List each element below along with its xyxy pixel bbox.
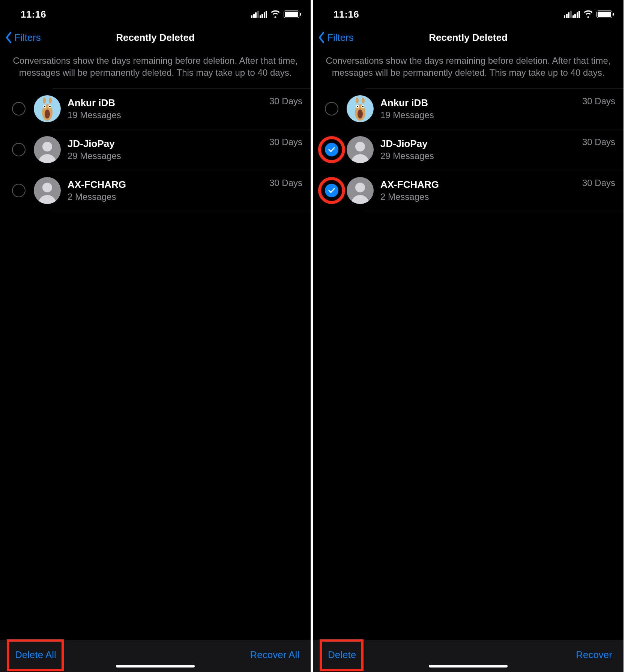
checkmark-icon — [328, 147, 335, 152]
cellular-icon — [251, 11, 267, 18]
status-icons — [251, 9, 299, 19]
battery-icon — [596, 10, 612, 18]
nav-title: Recently Deleted — [429, 32, 508, 44]
svg-point-8 — [49, 98, 52, 104]
svg-point-23 — [355, 142, 365, 152]
conversation-list: Ankur iDB 19 Messages 30 Days JD-JioPay … — [0, 88, 311, 640]
days-remaining: 30 Days — [269, 137, 302, 147]
nav-title: Recently Deleted — [116, 32, 195, 44]
cellular-icon — [564, 11, 580, 18]
chevron-back-icon — [5, 32, 12, 43]
select-circle[interactable] — [12, 102, 26, 116]
svg-point-20 — [356, 98, 359, 104]
message-count: 19 Messages — [380, 110, 582, 120]
contact-name: AX-FCHARG — [380, 179, 582, 190]
home-indicator[interactable] — [429, 665, 508, 668]
info-text: Conversations show the days remaining be… — [313, 50, 623, 88]
svg-point-21 — [362, 98, 365, 104]
status-time: 11:16 — [334, 9, 359, 20]
conversation-list: Ankur iDB 19 Messages 30 Days JD-JioPay … — [313, 88, 623, 640]
contact-name: Ankur iDB — [380, 97, 582, 109]
message-count: 29 Messages — [380, 151, 582, 161]
list-item[interactable]: AX-FCHARG 2 Messages 30 Days — [313, 170, 623, 211]
wifi-icon — [583, 9, 593, 19]
back-button[interactable]: Filters — [5, 32, 41, 44]
svg-point-25 — [355, 183, 365, 192]
avatar — [347, 177, 374, 204]
delete-all-button[interactable]: Delete All — [15, 649, 56, 661]
svg-point-10 — [42, 142, 52, 152]
nav-bar: Filters Recently Deleted — [0, 26, 311, 50]
list-item[interactable]: JD-JioPay 29 Messages 30 Days — [313, 129, 623, 170]
list-item[interactable]: JD-JioPay 29 Messages 30 Days — [0, 129, 311, 170]
delete-button[interactable]: Delete — [328, 649, 356, 661]
svg-point-18 — [362, 106, 364, 107]
days-remaining: 30 Days — [582, 96, 615, 106]
svg-point-4 — [44, 106, 45, 107]
status-bar: 11:16 — [0, 0, 311, 26]
nav-bar: Filters Recently Deleted — [313, 26, 623, 50]
svg-point-7 — [43, 98, 46, 104]
select-circle[interactable] — [325, 102, 338, 116]
status-icons — [564, 9, 612, 19]
avatar — [34, 95, 61, 122]
phone-right: 11:16 Filters Recently Deleted Conversat… — [313, 0, 623, 672]
select-circle[interactable] — [12, 143, 26, 156]
avatar — [347, 95, 374, 122]
battery-icon — [284, 10, 299, 18]
avatar — [34, 177, 61, 204]
message-count: 2 Messages — [380, 192, 582, 202]
contact-name: Ankur iDB — [68, 97, 269, 109]
message-count: 29 Messages — [68, 151, 269, 161]
phone-left: 11:16 Filters Recently Deleted Conversat… — [0, 0, 311, 672]
days-remaining: 30 Days — [269, 96, 302, 106]
svg-point-5 — [49, 106, 51, 107]
list-item[interactable]: Ankur iDB 19 Messages 30 Days — [313, 88, 623, 129]
contact-name: JD-JioPay — [68, 138, 269, 150]
days-remaining: 30 Days — [582, 137, 615, 147]
svg-point-12 — [42, 183, 52, 192]
svg-point-17 — [357, 106, 358, 107]
home-indicator[interactable] — [116, 665, 195, 668]
contact-name: AX-FCHARG — [68, 179, 269, 190]
status-time: 11:16 — [21, 9, 46, 20]
back-label: Filters — [14, 32, 41, 44]
days-remaining: 30 Days — [582, 178, 615, 188]
message-count: 2 Messages — [68, 192, 269, 202]
back-label: Filters — [327, 32, 354, 44]
contact-name: JD-JioPay — [380, 138, 582, 150]
wifi-icon — [270, 9, 281, 19]
list-item[interactable]: Ankur iDB 19 Messages 30 Days — [0, 88, 311, 129]
recover-button[interactable]: Recover — [576, 649, 612, 661]
status-bar: 11:16 — [313, 0, 623, 26]
svg-point-6 — [45, 110, 50, 118]
list-item[interactable]: AX-FCHARG 2 Messages 30 Days — [0, 170, 311, 211]
message-count: 19 Messages — [68, 110, 269, 120]
recover-all-button[interactable]: Recover All — [250, 649, 300, 661]
back-button[interactable]: Filters — [318, 32, 354, 44]
checkmark-icon — [328, 188, 335, 193]
days-remaining: 30 Days — [269, 178, 302, 188]
select-circle[interactable] — [325, 184, 338, 197]
chevron-back-icon — [318, 32, 325, 43]
select-circle[interactable] — [325, 143, 338, 156]
info-text: Conversations show the days remaining be… — [0, 50, 311, 88]
select-circle[interactable] — [12, 184, 26, 197]
avatar — [34, 136, 61, 163]
avatar — [347, 136, 374, 163]
svg-point-19 — [358, 110, 363, 118]
